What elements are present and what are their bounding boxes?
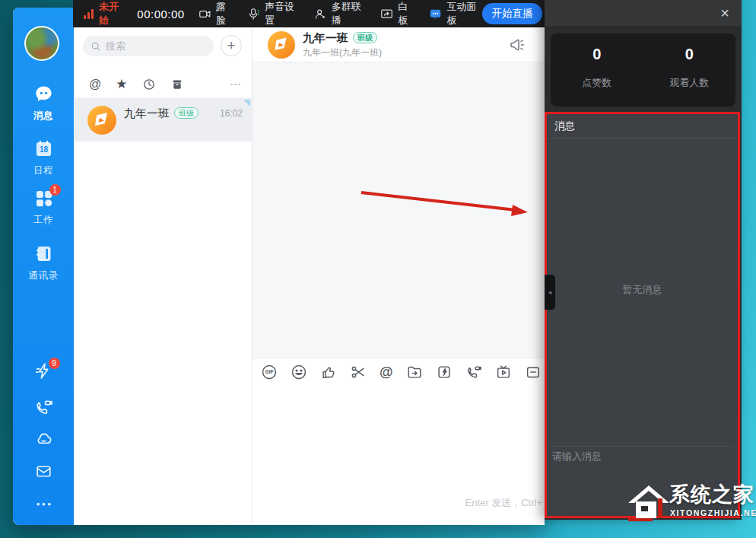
live-toolbar: 未开始 00:00:00 露脸 声音设置 多群联播 白板 互动面板 开始直播 <box>73 0 545 27</box>
search-icon <box>91 41 101 52</box>
cloud-drive-icon <box>34 429 53 451</box>
viewers-stat: 0 观看人数 <box>643 33 736 107</box>
sidebar-item-calendar[interactable]: 18 日程 <box>13 138 74 177</box>
thumbs-up-icon[interactable] <box>320 364 337 380</box>
chat-message-area <box>253 62 545 358</box>
search-box[interactable] <box>83 36 214 56</box>
flash-icon: 9 <box>34 361 53 384</box>
flash-badge: 9 <box>49 358 60 369</box>
chat-group-avatar[interactable] <box>268 31 295 59</box>
star-filter-icon[interactable]: ★ <box>116 78 127 91</box>
video-call-icon[interactable] <box>465 364 482 380</box>
live-status: 未开始 <box>99 0 125 27</box>
whiteboard-label: 白板 <box>398 0 415 27</box>
contacts-icon <box>33 244 54 264</box>
viewers-count: 0 <box>643 46 736 63</box>
more-dots-icon <box>34 495 53 517</box>
class-badge: 班级 <box>353 32 377 43</box>
work-grid-icon: 1 <box>33 188 54 209</box>
sidebar-item-contacts[interactable]: 通讯录 <box>13 244 74 282</box>
app-sidebar: 消息 18 日程 1 工作 通讯录 <box>13 8 74 525</box>
screenshot-scissors-icon[interactable] <box>350 364 367 380</box>
archive-filter-icon[interactable] <box>170 78 184 91</box>
mention-icon[interactable]: @ <box>380 365 393 379</box>
emoji-icon[interactable] <box>291 364 307 380</box>
likes-count: 0 <box>551 46 643 63</box>
svg-text:18: 18 <box>39 145 48 154</box>
sidebar-tool-video-phone[interactable] <box>13 397 74 419</box>
conversation-title: 九年一班班级 <box>124 107 199 121</box>
sidebar-tool-more[interactable] <box>13 495 74 517</box>
panel-collapse-handle[interactable]: ◂ <box>545 275 555 310</box>
gif-icon[interactable]: GIF <box>261 364 278 380</box>
sidebar-tool-cloud[interactable] <box>13 429 74 451</box>
announcement-icon[interactable] <box>508 36 526 54</box>
message-section-highlighted: 消息 暂无消息 <box>545 112 740 518</box>
video-phone-icon <box>34 397 53 419</box>
sidebar-item-label: 消息 <box>33 110 53 121</box>
live-timer: 00:00:00 <box>137 8 184 21</box>
audio-settings[interactable]: 声音设置 <box>247 0 300 27</box>
interaction-panel-icon <box>429 7 442 21</box>
whiteboard[interactable]: 白板 <box>380 0 415 27</box>
camera-label: 露脸 <box>216 0 233 27</box>
chat-header: 九年一班班级 九年一班(九年一班) <box>253 27 545 62</box>
message-section-title: 消息 <box>547 114 738 138</box>
class-group-avatar <box>87 106 116 135</box>
clipped-icon[interactable] <box>525 364 542 380</box>
filter-more-icon[interactable]: ⋯ <box>230 78 241 91</box>
conversation-filters: @ ★ ⋯ <box>74 72 252 97</box>
chat-bubble-icon <box>33 84 54 104</box>
whiteboard-icon <box>380 7 393 21</box>
likes-label: 点赞数 <box>551 76 643 90</box>
chat-panel: 九年一班班级 九年一班(九年一班) GIF @ Enter 发送，Ctrl+ <box>253 27 545 525</box>
panel-titlebar: × <box>545 0 742 27</box>
chat-input-area[interactable]: Enter 发送，Ctrl+ <box>253 385 545 525</box>
input-divider <box>551 446 734 447</box>
interaction-panel-label: 互动面板 <box>447 0 483 27</box>
close-icon[interactable]: × <box>716 3 734 23</box>
live-stats-card: 0 点赞数 0 观看人数 <box>551 33 735 107</box>
send-hint: Enter 发送，Ctrl+ <box>465 496 543 510</box>
likes-stat: 0 点赞数 <box>551 33 643 107</box>
signal-bars-icon <box>84 8 94 19</box>
audio-settings-label: 声音设置 <box>265 0 300 27</box>
viewers-label: 观看人数 <box>643 76 736 90</box>
chat-toolbar: GIF @ <box>253 358 545 385</box>
file-folder-icon[interactable] <box>406 364 423 380</box>
add-button[interactable]: + <box>221 35 242 56</box>
sidebar-item-label: 通讯录 <box>29 270 59 281</box>
sidebar-item-label: 工作 <box>33 215 53 225</box>
chat-subtitle: 九年一班(九年一班) <box>303 46 382 59</box>
video-player-icon[interactable] <box>495 364 512 380</box>
flash-transfer-icon[interactable] <box>436 364 453 380</box>
search-input[interactable] <box>106 40 206 52</box>
live-message-input[interactable] <box>552 450 731 462</box>
work-badge: 1 <box>49 184 61 196</box>
microphone-icon <box>247 7 260 21</box>
chat-title: 九年一班班级 <box>303 31 377 46</box>
dingtalk-window: 消息 18 日程 1 工作 通讯录 <box>13 8 545 525</box>
camera-icon <box>199 7 211 21</box>
sidebar-tool-flash[interactable]: 9 <box>13 361 74 384</box>
desktop: 消息 18 日程 1 工作 通讯录 <box>0 0 756 538</box>
conversation-corner-mark <box>243 100 250 107</box>
live-interaction-panel: × 0 点赞数 0 观看人数 消息 暂无消息 ◂ <box>545 0 742 520</box>
conversation-time: 16:02 <box>220 108 243 119</box>
sidebar-item-messages[interactable]: 消息 <box>13 84 74 123</box>
svg-text:GIF: GIF <box>265 369 274 374</box>
multi-group-cast-icon <box>314 7 327 21</box>
sidebar-tool-mail[interactable] <box>13 462 74 484</box>
user-avatar[interactable] <box>24 26 59 61</box>
mention-filter-icon[interactable]: @ <box>89 78 101 91</box>
sidebar-item-work[interactable]: 1 工作 <box>13 188 74 227</box>
multi-group-cast[interactable]: 多群联播 <box>314 0 367 27</box>
start-live-button[interactable]: 开始直播 <box>482 3 542 24</box>
empty-messages-text: 暂无消息 <box>547 283 738 297</box>
conversation-item[interactable]: 九年一班班级 16:02 <box>74 98 252 142</box>
history-filter-icon[interactable] <box>142 78 156 91</box>
class-badge: 班级 <box>174 107 199 119</box>
interaction-panel-toggle[interactable]: 互动面板 <box>429 0 482 27</box>
sidebar-item-label: 日程 <box>33 165 53 176</box>
camera-toggle[interactable]: 露脸 <box>199 0 233 27</box>
